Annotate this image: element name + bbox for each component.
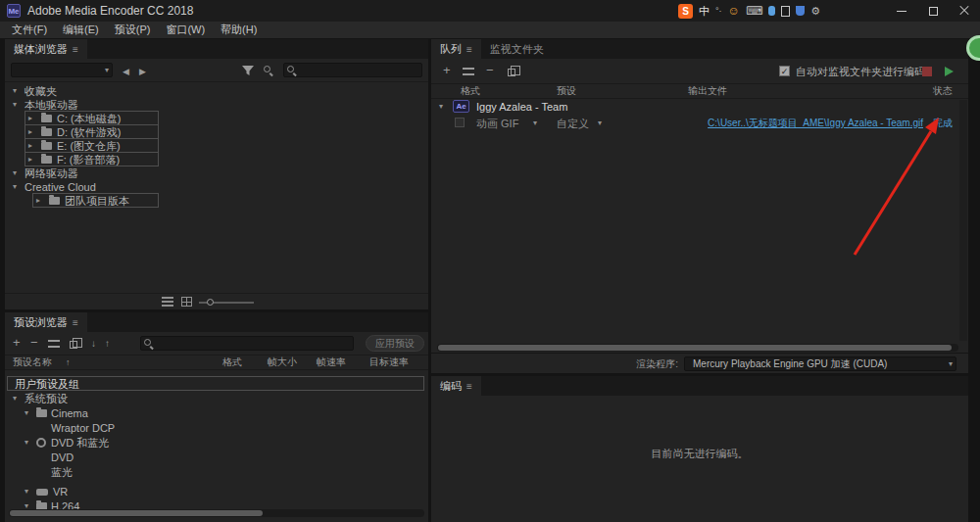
tab-queue[interactable]: 队列 ≡ [431, 39, 481, 59]
tab-encoding[interactable]: 编码 ≡ [431, 376, 481, 396]
preset-browser-toolbar: + − ↓ ↑ 应用预设 [5, 332, 428, 356]
chevron-down-icon[interactable]: ▾ [24, 485, 28, 498]
output-file-link[interactable]: C:\User..\无标题项目_AME\Iggy Azalea - Team.g… [708, 117, 923, 130]
queue-tab-label: 队列 [440, 42, 462, 57]
chevron-down-icon[interactable]: ▾ [13, 166, 17, 180]
menu-window[interactable]: 窗口(W) [158, 22, 213, 38]
queue-horizontal-scrollbar[interactable] [437, 344, 958, 352]
chevron-down-icon[interactable]: ▾ [13, 180, 17, 194]
chevron-right-icon[interactable]: ▸ [28, 112, 32, 125]
shield-icon[interactable] [796, 6, 805, 16]
queue-vertical-scrollbar[interactable] [959, 100, 967, 341]
chevron-down-icon[interactable]: ▾ [439, 100, 443, 114]
chevron-down-icon[interactable]: ▾ [24, 436, 28, 450]
menu-file[interactable]: 文件(F) [4, 22, 55, 38]
tab-preset-browser[interactable]: 预设浏览器 ≡ [5, 312, 87, 332]
close-button[interactable] [949, 0, 980, 22]
menu-edit[interactable]: 编辑(E) [55, 22, 107, 38]
thumbnail-view-icon[interactable] [181, 297, 192, 307]
forward-icon[interactable]: ▶ [139, 65, 146, 78]
remove-preset-icon[interactable]: − [30, 336, 38, 350]
minimize-button[interactable] [886, 0, 917, 22]
duplicate-icon[interactable] [508, 69, 515, 76]
panel-menu-icon[interactable]: ≡ [73, 317, 78, 328]
preset-column-header: 预设名称 ↑ 格式 帧大小 帧速率 目标速率 [5, 356, 428, 370]
panel-menu-icon[interactable]: ≡ [466, 44, 472, 55]
chevron-down-icon[interactable]: ▾ [13, 98, 17, 112]
add-source-icon[interactable]: + [443, 64, 451, 77]
preset-horizontal-scrollbar[interactable] [9, 509, 424, 517]
output-checkbox[interactable] [455, 118, 465, 127]
tab-media-browser[interactable]: 媒体浏览器 ≡ [5, 39, 87, 59]
input-lang-icon[interactable]: 中 [699, 4, 710, 19]
export-preset-icon[interactable]: ↑ [105, 337, 110, 351]
stop-queue-button[interactable] [922, 67, 932, 76]
column-format[interactable]: 格式 [461, 84, 480, 98]
column-preset-name[interactable]: 预设名称 [13, 356, 52, 369]
chevron-right-icon[interactable]: ▸ [28, 125, 32, 139]
keyboard-icon[interactable]: ⌨ [746, 4, 762, 18]
slider-knob[interactable] [207, 299, 214, 306]
output-preset[interactable]: 自定义 [557, 117, 589, 130]
column-preset[interactable]: 预设 [557, 84, 576, 98]
scrollbar-thumb[interactable] [10, 510, 263, 516]
queue-panel: 队列 ≡ 监视文件夹 + − ✓ 自动对监视文件夹进行编码 格式 预设 输出文件… [431, 39, 968, 373]
chevron-right-icon[interactable]: ▸ [28, 139, 32, 153]
encoding-empty-message: 目前尚无进行编码。 [431, 447, 968, 461]
output-format[interactable]: 动画 GIF [476, 117, 518, 130]
column-frame-size[interactable]: 帧大小 [268, 356, 297, 369]
add-preset-icon[interactable]: + [13, 336, 21, 350]
drive-icon [41, 115, 52, 122]
tree-item-label: DVD 和蓝光 [51, 436, 109, 450]
mic-icon[interactable] [768, 6, 775, 16]
media-source-dropdown[interactable]: ▾ [11, 63, 113, 77]
accelerator-ball-icon[interactable] [966, 35, 980, 61]
new-group-icon[interactable] [70, 341, 77, 349]
loupe-icon[interactable] [264, 66, 273, 75]
media-search-input[interactable] [300, 64, 417, 76]
emoji-icon[interactable]: ☺ [728, 4, 740, 18]
title-bar[interactable]: Me Adobe Media Encoder CC 2018 S 中 °· ☺ … [0, 0, 980, 22]
maximize-button[interactable] [917, 0, 949, 22]
chevron-down-icon[interactable]: ▾ [13, 84, 17, 98]
input-mode-icon[interactable]: °· [715, 6, 722, 16]
chevron-down-icon[interactable]: ▾ [533, 117, 537, 130]
tab-watch-folders[interactable]: 监视文件夹 [481, 39, 553, 59]
auto-encode-label: 自动对监视文件夹进行编码 [796, 65, 925, 78]
auto-encode-checkbox[interactable]: ✓ [779, 66, 790, 76]
tree-item-label: C: (本地磁盘) [57, 112, 121, 125]
wrench-icon[interactable]: ⚙ [810, 5, 820, 18]
column-status[interactable]: 状态 [933, 84, 953, 98]
renderer-dropdown[interactable]: Mercury Playback Engine GPU 加速 (CUDA) ▾ [684, 356, 956, 371]
search-icon [144, 339, 154, 349]
apply-preset-button[interactable]: 应用预设 [366, 335, 424, 352]
column-format[interactable]: 格式 [222, 356, 242, 369]
clipboard-icon[interactable] [781, 6, 790, 17]
preset-browser-panel: 预设浏览器 ≡ + − ↓ ↑ 应用预设 预设名称 ↑ 格式 帧大小 帧速率 目… [5, 312, 428, 522]
chevron-down-icon[interactable]: ▾ [24, 406, 28, 420]
add-output-icon[interactable] [463, 68, 474, 75]
panel-menu-icon[interactable]: ≡ [466, 381, 472, 392]
preset-settings-icon[interactable] [48, 340, 60, 348]
scrollbar-thumb[interactable] [438, 345, 952, 351]
back-icon[interactable]: ◀ [122, 65, 129, 78]
list-view-icon[interactable] [162, 297, 173, 307]
column-target-rate[interactable]: 目标速率 [369, 356, 409, 369]
panel-menu-icon[interactable]: ≡ [73, 44, 78, 55]
encoding-panel: 编码 ≡ 目前尚无进行编码。 [431, 376, 968, 522]
menu-preset[interactable]: 预设(P) [107, 22, 159, 38]
column-output-file[interactable]: 输出文件 [688, 84, 727, 98]
remove-icon[interactable]: − [486, 64, 494, 77]
menu-help[interactable]: 帮助(H) [213, 22, 265, 38]
column-frame-rate[interactable]: 帧速率 [317, 356, 346, 369]
sogou-input-icon[interactable]: S [678, 4, 693, 19]
chevron-down-icon[interactable]: ▾ [13, 392, 17, 405]
filter-icon[interactable] [242, 66, 254, 76]
import-preset-icon[interactable]: ↓ [91, 337, 96, 351]
start-queue-button[interactable] [945, 67, 954, 76]
chevron-right-icon[interactable]: ▸ [28, 153, 32, 166]
chevron-right-icon[interactable]: ▸ [36, 194, 40, 208]
preset-search-input[interactable] [157, 337, 349, 350]
chevron-down-icon[interactable]: ▾ [598, 117, 602, 130]
tree-item-label: 收藏夹 [24, 84, 57, 98]
